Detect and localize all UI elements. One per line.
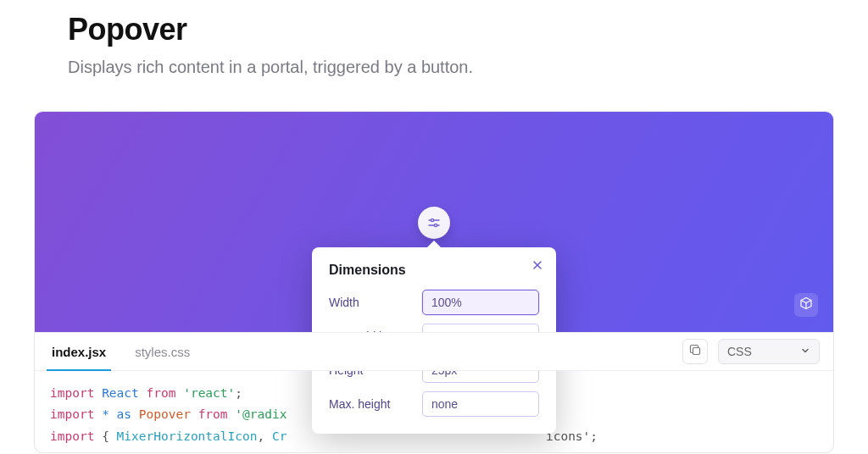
code-token: MixerHorizontalIcon — [117, 429, 258, 443]
code-token: import — [50, 386, 94, 400]
demo-hero: Dimensions Width Max. width Height Max. … — [35, 112, 833, 332]
page-subtitle: Displays rich content in a portal, trigg… — [68, 58, 834, 77]
code-token: React — [102, 386, 139, 400]
code-token: Popover — [139, 407, 191, 421]
sandbox-button[interactable] — [794, 293, 818, 317]
code-token: { — [102, 429, 116, 443]
code-token: 'react' — [183, 386, 235, 400]
select-value: CSS — [727, 345, 752, 358]
code-token: , — [257, 429, 271, 443]
field-label: Width — [329, 296, 359, 309]
svg-point-3 — [434, 224, 437, 226]
chevron-down-icon — [800, 345, 810, 358]
sliders-icon — [427, 216, 441, 230]
popover-trigger-button[interactable] — [418, 207, 450, 239]
width-input[interactable] — [422, 290, 539, 315]
svg-point-1 — [431, 219, 433, 221]
code-token: '@radix — [235, 407, 287, 421]
code-token: Cr — [272, 429, 287, 443]
code-token: import — [50, 407, 94, 421]
tab-styles-css[interactable]: styles.css — [131, 333, 193, 370]
close-icon — [532, 258, 542, 274]
max-height-input[interactable] — [422, 391, 539, 417]
code-token: import — [50, 429, 94, 443]
cube-icon — [799, 296, 813, 313]
code-tabs-bar: index.jsx styles.css CSS — [35, 332, 833, 371]
page-title: Popover — [68, 12, 834, 47]
popover-title: Dimensions — [329, 263, 539, 278]
code-token: ; — [235, 386, 242, 400]
popover-close-button[interactable] — [527, 256, 548, 276]
field-row-max-height: Max. height — [329, 391, 539, 417]
code-token: from — [198, 407, 228, 421]
style-framework-select[interactable]: CSS — [718, 339, 820, 364]
demo-card: Dimensions Width Max. width Height Max. … — [34, 111, 834, 453]
field-row-width: Width — [329, 290, 539, 315]
tab-index-jsx[interactable]: index.jsx — [48, 333, 109, 370]
svg-rect-6 — [693, 347, 699, 354]
code-token: from — [147, 386, 176, 400]
copy-icon — [689, 344, 702, 360]
field-label: Max. height — [329, 397, 390, 411]
copy-code-button[interactable] — [682, 339, 708, 364]
code-token: * as — [102, 407, 131, 421]
